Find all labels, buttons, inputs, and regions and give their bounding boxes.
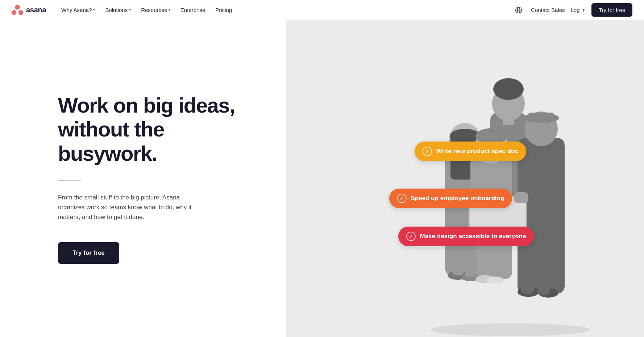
nav-link-pricing[interactable]: Pricing <box>212 5 236 15</box>
logo-text: asana <box>26 6 46 14</box>
nav-right: Contact Sales Log In Try for free <box>512 3 632 17</box>
left-panel: Work on big ideas, without the busywork.… <box>0 20 286 337</box>
nav-left: asana Why Asana? ▾ Solutions ▾ Resources… <box>12 4 236 16</box>
right-panel: ✓ Write new product spec doc ✓ Speed up … <box>286 20 644 337</box>
try-free-main-button[interactable]: Try for free <box>58 242 119 264</box>
svg-point-6 <box>431 323 590 336</box>
svg-point-9 <box>493 78 524 100</box>
svg-rect-34 <box>452 243 464 275</box>
task-bubble-2-text: Speed up employee onboarding <box>411 195 504 202</box>
chevron-down-icon: ▾ <box>129 8 131 12</box>
nav-link-solutions[interactable]: Solutions ▾ <box>101 5 134 15</box>
svg-rect-10 <box>503 118 514 125</box>
divider <box>58 180 81 181</box>
main-wrapper: Work on big ideas, without the busywork.… <box>0 0 644 337</box>
task-bubble-3-text: Make design accessible to everyone <box>420 233 526 240</box>
svg-point-2 <box>18 10 23 15</box>
hero-title: Work on big ideas, without the busywork. <box>58 93 243 166</box>
svg-rect-35 <box>465 245 477 277</box>
nav-link-enterprise[interactable]: Enterprise <box>177 5 209 15</box>
svg-point-0 <box>15 5 20 9</box>
nav-link-resources[interactable]: Resources ▾ <box>137 5 174 15</box>
svg-rect-21 <box>528 113 554 121</box>
task-bubble-3: ✓ Make design accessible to everyone <box>398 227 534 246</box>
task-bubble-1-text: Write new product spec doc <box>436 148 518 155</box>
chevron-down-icon: ▾ <box>93 8 95 12</box>
hero-illustration: ✓ Write new product spec doc ✓ Speed up … <box>286 38 644 337</box>
svg-rect-32 <box>521 257 534 294</box>
task-bubble-2: ✓ Speed up employee onboarding <box>389 189 512 208</box>
asana-logo-icon <box>12 4 23 16</box>
check-circle-icon: ✓ <box>423 147 432 156</box>
globe-icon <box>515 7 522 14</box>
check-circle-icon: ✓ <box>406 232 416 241</box>
try-free-nav-button[interactable]: Try for free <box>591 3 632 17</box>
chevron-down-icon: ▾ <box>169 8 170 12</box>
language-selector-button[interactable] <box>512 4 525 17</box>
svg-rect-33 <box>537 257 550 295</box>
logo[interactable]: asana <box>12 4 46 16</box>
login-link[interactable]: Log In <box>570 7 586 13</box>
nav-link-why-asana[interactable]: Why Asana? ▾ <box>58 5 99 15</box>
hero-description: From the small stuff to the big picture,… <box>58 193 203 222</box>
nav-links: Why Asana? ▾ Solutions ▾ Resources ▾ Ent… <box>58 5 236 15</box>
check-circle-icon: ✓ <box>397 194 407 203</box>
task-bubble-1: ✓ Write new product spec doc <box>415 142 526 161</box>
svg-point-1 <box>12 10 16 15</box>
svg-point-29 <box>486 277 504 284</box>
contact-sales-link[interactable]: Contact Sales <box>531 7 565 13</box>
svg-rect-25 <box>514 192 528 203</box>
navigation: asana Why Asana? ▾ Solutions ▾ Resources… <box>0 0 644 20</box>
